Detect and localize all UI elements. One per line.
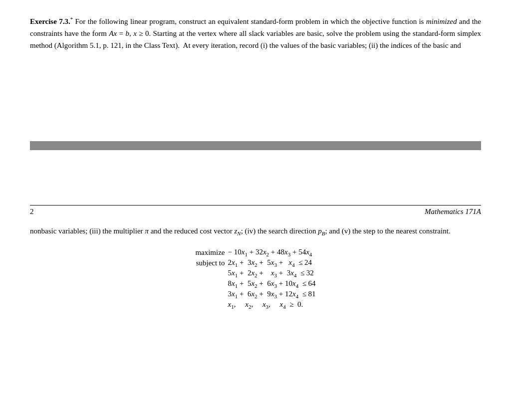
- course-title: Mathematics 171A: [425, 208, 481, 216]
- lp-problem-block: maximize − 10x1 + 32x2 + 48x3 + 54x4 sub…: [30, 247, 481, 310]
- continuation-paragraph: nonbasic variables; (iii) the multiplier…: [30, 225, 481, 238]
- top-section: Exercise 7.3.* For the following linear …: [30, 15, 481, 51]
- math-pi: π: [145, 227, 149, 235]
- exercise-label: Exercise 7.3.: [30, 17, 70, 25]
- constraint-1: 2x1 + 3x2 + 5x3 + x4 ≤ 24: [227, 258, 317, 268]
- exercise-paragraph: Exercise 7.3.* For the following linear …: [30, 15, 481, 51]
- constraint-row-3: 8x1 + 5x2 + 6x3 + 10x4 ≤ 64: [194, 279, 317, 289]
- constraint-4: 3x1 + 6x2 + 9x3 + 12x4 ≤ 81: [227, 289, 317, 300]
- exercise-text-1: For the following linear program, constr…: [30, 17, 481, 49]
- subscript-N: N: [237, 230, 241, 236]
- page-content: Exercise 7.3.* For the following linear …: [0, 0, 511, 325]
- nonnegativity-constraint: x1, x2, x3, x4 ≥ 0.: [227, 300, 317, 310]
- constraint-row-2: 5x1 + 2x2 + x3 + 3x4 ≤ 32: [194, 268, 317, 279]
- objective-function: − 10x1 + 32x2 + 48x3 + 54x4: [227, 247, 317, 258]
- math-x: x: [133, 29, 137, 37]
- empty-area-bottom: [30, 165, 481, 205]
- empty-area-top: [30, 51, 481, 126]
- lp-table: maximize − 10x1 + 32x2 + 48x3 + 54x4 sub…: [194, 247, 317, 310]
- subscript-B: B: [322, 230, 325, 236]
- constraint-row-2-empty: [194, 268, 226, 279]
- gray-bar: [30, 141, 481, 150]
- maximize-label: maximize: [194, 247, 226, 258]
- page-number: 2: [30, 208, 34, 216]
- math-ax: Ax: [109, 29, 117, 37]
- constraint-row-1: subject to 2x1 + 3x2 + 5x3 + x4 ≤ 24: [194, 258, 317, 268]
- nonnegativity-row: x1, x2, x3, x4 ≥ 0.: [194, 300, 317, 310]
- math-p: pB: [318, 227, 325, 235]
- math-b: b: [126, 29, 130, 37]
- constraint-row-3-empty: [194, 279, 226, 289]
- asterisk: *: [70, 16, 73, 22]
- bottom-section: nonbasic variables; (iii) the multiplier…: [30, 225, 481, 238]
- constraint-row-4: 3x1 + 6x2 + 9x3 + 12x4 ≤ 81: [194, 289, 317, 300]
- nonnegativity-empty: [194, 300, 226, 310]
- constraint-2: 5x1 + 2x2 + x3 + 3x4 ≤ 32: [227, 268, 317, 279]
- constraint-3: 8x1 + 5x2 + 6x3 + 10x4 ≤ 64: [227, 279, 317, 289]
- minimized-word: minimized: [426, 17, 457, 25]
- subject-to-label: subject to: [194, 258, 226, 268]
- footer-line: 2 Mathematics 171A: [30, 205, 481, 216]
- math-z: zN: [234, 227, 241, 235]
- constraint-row-4-empty: [194, 289, 226, 300]
- objective-row: maximize − 10x1 + 32x2 + 48x3 + 54x4: [194, 247, 317, 258]
